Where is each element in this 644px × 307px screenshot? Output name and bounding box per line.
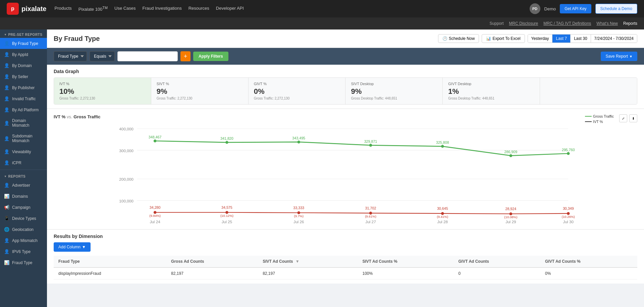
get-api-key-button[interactable]: Get API Key — [560, 4, 591, 13]
invalid-traffic-icon: 👤 — [4, 96, 9, 101]
sidebar-item-icpr[interactable]: 👤 iCPR — [0, 157, 47, 168]
sidebar-item-device-types[interactable]: 📱 Device Types — [0, 213, 47, 224]
svg-text:341,820: 341,820 — [220, 136, 233, 140]
metric-givt-label: GIVT % — [254, 82, 340, 86]
sidebar-divider — [0, 170, 47, 170]
save-report-button[interactable]: Save Report ▼ — [601, 52, 637, 61]
export-icon: 📊 — [486, 36, 491, 41]
svg-text:33,333: 33,333 — [293, 206, 304, 210]
sidebar-item-by-ad-platform[interactable]: 👤 By Ad Platform — [0, 104, 47, 115]
metric-ivt-sub: Gross Traffic: 2,272,130 — [59, 97, 146, 100]
nav-use-cases[interactable]: Use Cases — [114, 6, 136, 12]
filter-operator-select[interactable]: Equals — [90, 51, 115, 61]
sort-icon[interactable]: ▼ — [296, 259, 300, 264]
sub-nav-mrc-tag[interactable]: MRC / TAG IVT Definitions — [543, 21, 591, 26]
svg-text:Jul 24: Jul 24 — [150, 220, 160, 224]
svg-text:295,760: 295,760 — [562, 148, 575, 152]
table-header: Fraud Type Gross Ad Counts SIVT Ad Count… — [54, 256, 637, 267]
avatar: PD — [530, 3, 540, 14]
yesterday-button[interactable]: Yesterday — [528, 35, 553, 43]
viewability-icon: 👤 — [4, 149, 9, 154]
svg-text:30,349: 30,349 — [563, 206, 574, 210]
sidebar-item-fraud-type[interactable]: 📊 Fraud Type — [0, 257, 47, 268]
apply-filters-button[interactable]: Apply Filters — [193, 52, 228, 61]
sidebar-item-geolocation[interactable]: 🌐 Geolocation — [0, 224, 47, 235]
metric-sivt-value: 9% — [157, 87, 243, 96]
sidebar-item-domains[interactable]: 📊 Domains — [0, 191, 47, 202]
schedule-demo-button[interactable]: Schedule a Demo — [595, 4, 637, 14]
filter-type-select[interactable]: Fraud Type — [54, 51, 87, 61]
legend-gross-line — [585, 116, 592, 117]
svg-text:100,000: 100,000 — [119, 199, 133, 203]
cell-sivt: 82,197 — [258, 267, 358, 280]
geolocation-icon: 🌐 — [4, 227, 9, 232]
nav-pixalate100[interactable]: Pixalate 100TM — [78, 6, 108, 12]
sidebar-item-ipv6-type[interactable]: 👤 IPV6 Type — [0, 246, 47, 257]
page-title: By Fraud Type — [54, 35, 100, 43]
nav-resources[interactable]: Resources — [189, 6, 209, 12]
sidebar-item-by-publisher[interactable]: 👤 By Publisher — [0, 82, 47, 93]
col-givt-pct: GIVT Ad Counts % — [540, 256, 637, 267]
add-column-button[interactable]: Add Column ▼ — [54, 242, 91, 252]
data-graph-title: Data Graph — [54, 69, 637, 74]
metric-givt-pct: GIVT % 0% Gross Traffic: 2,272,130 — [249, 78, 346, 104]
sidebar-item-subdomain-mismatch[interactable]: 👤 Subdomain Mismatch — [0, 131, 47, 146]
sidebar-item-by-domain[interactable]: 👤 By Domain — [0, 60, 47, 71]
header-actions: 🕐 Schedule Now 📊 Export To Excel Yesterd… — [438, 34, 637, 43]
app-mismatch-icon: 👤 — [4, 238, 9, 243]
svg-text:325,808: 325,808 — [436, 140, 449, 144]
metric-sivt-pct: SIVT % 9% Gross Traffic: 2,272,130 — [151, 78, 249, 104]
logo[interactable]: p pixalate — [7, 3, 46, 15]
nav-fraud-investigations[interactable]: Fraud Investigations — [143, 6, 182, 12]
table-row: displayImpressionFraud 82,197 82,197 100… — [54, 267, 637, 280]
main-layout: ▼ PRE-SET REPORTS 👤 By Fraud Type 👤 By A… — [0, 29, 644, 307]
svg-point-10 — [297, 140, 300, 143]
ipv6-icon: 👤 — [4, 249, 9, 254]
sidebar-item-app-mismatch[interactable]: 👤 App Mismatch — [0, 235, 47, 246]
svg-text:Jul 27: Jul 27 — [365, 220, 376, 224]
sub-nav-reports[interactable]: Reports — [623, 21, 637, 26]
schedule-now-button[interactable]: 🕐 Schedule Now — [438, 34, 479, 43]
chart-expand-button[interactable]: ⤢ — [619, 114, 627, 122]
nav-developer-api[interactable]: Developer API — [216, 6, 244, 12]
sub-nav-mrc-disclosure[interactable]: MRC Disclosure — [509, 21, 538, 26]
cell-gross: 82,197 — [166, 267, 258, 280]
col-sivt-pct: SIVT Ad Counts % — [358, 256, 453, 267]
add-filter-button[interactable]: + — [180, 51, 191, 61]
table-body: displayImpressionFraud 82,197 82,197 100… — [54, 267, 637, 280]
legend-ivt-line — [585, 121, 592, 122]
sub-nav-support[interactable]: Support — [490, 21, 504, 26]
chevron-down-icon: ▼ — [629, 55, 633, 58]
sidebar-item-advertiser[interactable]: 👤 Advertiser — [0, 180, 47, 191]
sidebar-item-by-seller[interactable]: 👤 By Seller — [0, 71, 47, 82]
nav-products[interactable]: Products — [54, 6, 71, 12]
metric-givt-desktop-sub: Gross Desktop Traffic: 448,651 — [448, 97, 534, 100]
advertiser-icon: 👤 — [4, 183, 9, 188]
col-sivt-ad-counts: SIVT Ad Counts ▼ — [258, 256, 358, 267]
metric-sivt-desktop-label: SIVT Desktop — [351, 82, 437, 86]
svg-text:200,000: 200,000 — [119, 177, 133, 181]
sidebar-item-campaign[interactable]: 📢 Campaign — [0, 202, 47, 213]
svg-text:34,575: 34,575 — [221, 205, 232, 209]
svg-text:286,909: 286,909 — [504, 150, 518, 154]
sub-nav-whats-new[interactable]: What's New — [596, 21, 618, 26]
chart-download-button[interactable]: ⬇ — [629, 114, 637, 122]
sidebar: ▼ PRE-SET REPORTS 👤 By Fraud Type 👤 By A… — [0, 29, 47, 307]
svg-point-11 — [369, 144, 372, 147]
sidebar-item-invalid-traffic[interactable]: 👤 Invalid Traffic — [0, 93, 47, 104]
last7-button[interactable]: Last 7 — [552, 35, 571, 43]
logo-icon: p — [7, 3, 19, 15]
sidebar-item-by-fraud-type[interactable]: 👤 By Fraud Type — [0, 38, 47, 49]
filter-bar: Fraud Type Equals + Apply Filters Save R… — [47, 48, 644, 65]
date-range-button[interactable]: 7/24/2024 - 7/30/2024 — [591, 35, 637, 43]
last30-button[interactable]: Last 30 — [571, 35, 591, 43]
svg-text:(9.84%): (9.84%) — [149, 214, 161, 218]
col-fraud-type: Fraud Type — [54, 256, 166, 267]
sidebar-item-viewability[interactable]: 👤 Viewability — [0, 146, 47, 157]
sidebar-item-domain-mismatch[interactable]: 👤 Domain Mismatch — [0, 115, 47, 131]
chart-actions: Gross Traffic IVT % ⤢ ⬇ — [585, 114, 637, 124]
metric-givt-desktop: GIVT Desktop 1% Gross Desktop Traffic: 4… — [443, 78, 540, 104]
filter-value-input[interactable] — [117, 51, 178, 61]
sidebar-item-by-appid[interactable]: 👤 By AppId — [0, 49, 47, 60]
export-to-excel-button[interactable]: 📊 Export To Excel — [482, 34, 525, 43]
